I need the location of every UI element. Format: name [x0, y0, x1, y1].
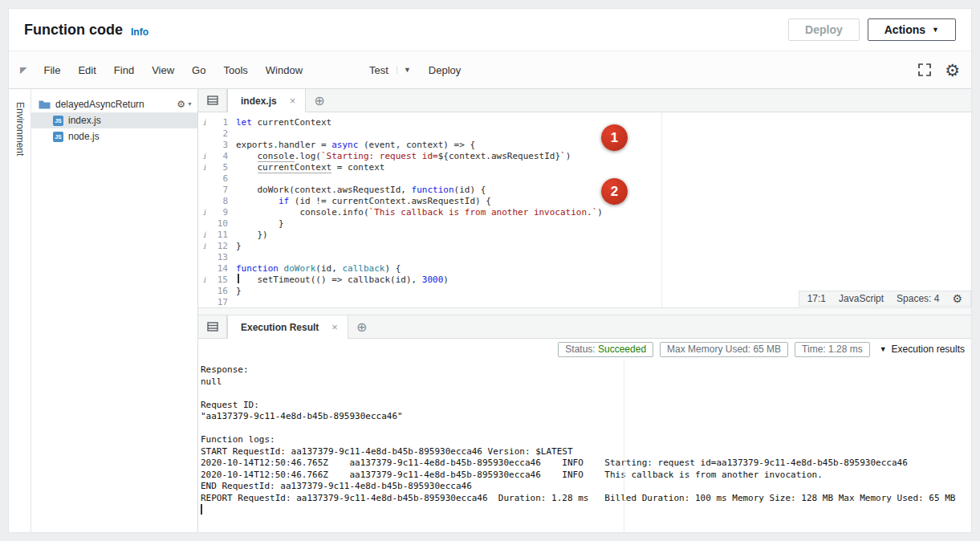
info-annotation-icon: i — [203, 207, 205, 218]
menu-view[interactable]: View — [143, 59, 183, 81]
close-icon[interactable]: × — [331, 321, 338, 333]
gutter-line[interactable]: 6 — [198, 173, 236, 185]
gutter-line[interactable]: 3 — [198, 140, 236, 151]
language-mode[interactable]: JavaScript — [839, 293, 884, 304]
menu-go[interactable]: Go — [183, 59, 214, 81]
settings-gear-icon[interactable]: ⚙ — [945, 62, 960, 79]
text-cursor — [201, 504, 202, 515]
folder-name: delayedAsyncReturn — [55, 99, 172, 110]
gutter-line[interactable]: i1 — [198, 117, 236, 128]
menu-edit[interactable]: Edit — [69, 59, 104, 81]
close-icon[interactable]: × — [290, 95, 296, 107]
log-line — [201, 504, 971, 516]
results-tabbar: Execution Result × ⊕ — [198, 315, 971, 339]
gutter-line[interactable]: 8 — [198, 196, 236, 207]
gutter-line[interactable]: 17 — [198, 297, 236, 307]
gutter-line[interactable]: 16 — [198, 286, 236, 297]
js-file-icon: JS — [53, 132, 63, 142]
tab-list-icon[interactable] — [198, 89, 227, 112]
menubar-right: ⚙ — [917, 62, 960, 79]
gutter-line[interactable]: i11 — [198, 230, 236, 241]
actions-button[interactable]: Actions ▼ — [868, 18, 956, 41]
gutter[interactable]: i123i4i5678i910i11i121314i151617 — [198, 117, 236, 307]
menu-deploy[interactable]: Deploy — [429, 64, 461, 76]
editor-statusbar: 17:1 JavaScript Spaces: 4 ⚙ — [799, 291, 971, 307]
log-line: 2020-10-14T12:50:46.766Z aa137379-9c11-4… — [201, 470, 971, 482]
annotation-badge-2: 2 — [601, 178, 628, 205]
tree-file-node.js[interactable]: JSnode.js — [31, 128, 197, 144]
editor-zone: index.js × ⊕ i123i4i5678i910i11i121314i1… — [198, 89, 971, 532]
code-line[interactable] — [236, 252, 971, 263]
code-line[interactable]: console.log(`Starting: request id=${cont… — [236, 151, 971, 162]
code-line[interactable]: function doWork(id, callback) { — [236, 263, 971, 275]
test-dropdown[interactable]: Test ▼ — [369, 64, 411, 76]
menu-tools[interactable]: Tools — [214, 59, 256, 81]
file-name: node.js — [68, 131, 100, 142]
code-line[interactable]: } — [236, 241, 971, 252]
file-tree: delayedAsyncReturn ⚙▼ JSindex.jsJSnode.j… — [31, 89, 198, 532]
caret-down-icon: ▼ — [396, 66, 411, 74]
print-margin — [661, 112, 662, 307]
statusbar-gear-icon[interactable]: ⚙ — [952, 293, 962, 304]
info-annotation-icon: i — [203, 162, 205, 173]
fullscreen-icon[interactable] — [917, 63, 932, 77]
collapse-menu-icon[interactable]: ◤ — [20, 65, 26, 75]
main-area: Environment delayedAsyncReturn ⚙▼ JSinde… — [9, 89, 971, 532]
code-line[interactable]: } — [236, 218, 971, 230]
tree-gear-icon[interactable]: ⚙▼ — [177, 99, 193, 110]
tab-index-js[interactable]: index.js × — [227, 89, 306, 112]
log-line: START RequestId: aa137379-9c11-4e8d-b45b… — [201, 446, 971, 458]
environment-label: Environment — [14, 102, 26, 156]
environment-strip[interactable]: Environment — [9, 89, 31, 532]
log-line: Function logs: — [201, 434, 971, 446]
log-line — [201, 388, 971, 400]
result-badges: Status: SucceededMax Memory Used: 65 MBT… — [558, 342, 869, 357]
execution-results-toggle[interactable]: ▼ Execution results — [880, 344, 965, 355]
add-tab-icon[interactable]: ⊕ — [306, 89, 332, 112]
code-line[interactable]: currentContext = context — [236, 162, 971, 173]
result-badge: Status: Succeeded — [558, 342, 653, 357]
function-code-card: Function code Info Deploy Actions ▼ ◤ Fi… — [8, 8, 972, 533]
tree-folder-row[interactable]: delayedAsyncReturn ⚙▼ — [31, 96, 197, 112]
caret-down-icon: ▼ — [880, 346, 887, 353]
log-line: Response: — [201, 364, 971, 376]
code-line[interactable]: }) — [236, 230, 971, 241]
log-line — [201, 423, 971, 435]
file-name: index.js — [68, 115, 101, 126]
result-badge: Time: 1.28 ms — [795, 342, 870, 357]
stage: Function code Info Deploy Actions ▼ ◤ Fi… — [0, 0, 980, 541]
gutter-line[interactable]: 13 — [198, 252, 236, 263]
tab-list-icon[interactable] — [198, 315, 227, 338]
gutter-line[interactable]: 2 — [198, 128, 236, 140]
tab-execution-result[interactable]: Execution Result × — [227, 315, 348, 339]
result-badge: Max Memory Used: 65 MB — [660, 342, 788, 357]
code-line[interactable]: let currentContext — [236, 117, 971, 128]
cursor-position[interactable]: 17:1 — [807, 293, 826, 304]
code-editor[interactable]: i123i4i5678i910i11i121314i151617 let cur… — [198, 112, 971, 307]
log-line: "aa137379-9c11-4e8d-b45b-895930ecca46" — [201, 411, 971, 423]
gutter-line[interactable]: 14 — [198, 263, 236, 275]
menu-window[interactable]: Window — [257, 59, 311, 81]
gutter-line[interactable]: 10 — [198, 218, 236, 230]
code-line[interactable]: setTimeout(() => callback(id), 3000) — [236, 275, 971, 286]
menu-file[interactable]: File — [35, 59, 69, 81]
info-link[interactable]: Info — [131, 26, 148, 38]
info-annotation-icon: i — [203, 230, 205, 241]
print-margin — [624, 360, 624, 532]
tree-file-index.js[interactable]: JSindex.js — [31, 112, 197, 128]
deploy-button[interactable]: Deploy — [788, 18, 860, 41]
panel-divider[interactable] — [198, 307, 971, 315]
menu-find[interactable]: Find — [105, 59, 143, 81]
execution-result-output: Response:nullRequest ID:"aa137379-9c11-4… — [198, 360, 971, 532]
add-tab-icon[interactable]: ⊕ — [348, 315, 375, 338]
gutter-line[interactable]: i4 — [198, 151, 236, 162]
gutter-line[interactable]: 7 — [198, 185, 236, 196]
gutter-line[interactable]: i5 — [198, 162, 236, 173]
result-badges-row: Status: SucceededMax Memory Used: 65 MBT… — [198, 339, 971, 360]
log-line: 2020-10-14T12:50:46.765Z aa137379-9c11-4… — [201, 458, 971, 470]
spaces-setting[interactable]: Spaces: 4 — [897, 293, 939, 304]
gutter-line[interactable]: i15 — [198, 275, 236, 286]
gutter-line[interactable]: i9 — [198, 207, 236, 218]
gutter-line[interactable]: i12 — [198, 241, 236, 252]
code-line[interactable]: console.info(`This callback is from anot… — [236, 207, 971, 218]
